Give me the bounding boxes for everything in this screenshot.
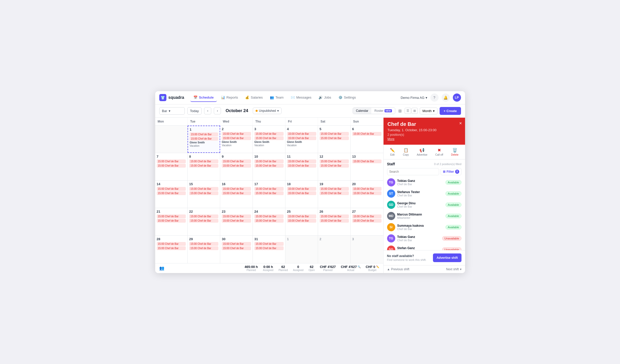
shift-chip[interactable]: 15:00 Chef de Bar xyxy=(352,214,382,218)
cal-cell[interactable]: 26 15:00 Chef de Bar 15:00 Chef de Bar xyxy=(318,208,351,235)
staff-filter-button[interactable]: ⊞ Filter 3 xyxy=(441,168,461,175)
today-button[interactable]: Today xyxy=(187,107,202,115)
shift-chip[interactable]: 15:00 Chef de Bar xyxy=(157,187,186,191)
actual-info-icon[interactable]: 🔍 xyxy=(358,265,361,268)
shift-chip[interactable]: 15:00 Chef de Bar xyxy=(157,219,186,223)
shift-chip[interactable]: 15:00 Chef de Bar xyxy=(287,136,316,140)
cal-cell[interactable]: 10 15:00 Chef de Bar 15:00 Chef de Bar xyxy=(253,153,285,180)
next-month-button[interactable]: › xyxy=(214,107,221,114)
shift-chip[interactable]: 15:00 Chef de Bar xyxy=(222,191,251,195)
shift-chip[interactable]: 15:00 Chef de Bar xyxy=(222,242,251,246)
budget-edit-icon[interactable]: ✏️ xyxy=(376,265,379,268)
grid-view-button[interactable]: ⊞ xyxy=(412,108,418,114)
shift-chip[interactable]: 15:00 Chef de Bar xyxy=(189,214,218,218)
shift-chip[interactable]: 15:00 Chef de Bar xyxy=(287,187,316,191)
shift-chip[interactable]: 15:00 Chef de Bar xyxy=(320,187,349,191)
shift-chip[interactable]: 15:00 Chef de Bar xyxy=(254,246,284,250)
shift-chip[interactable]: 15:00 Chef de Bar xyxy=(157,246,186,250)
shift-chip[interactable]: 15:00 Chef de Bar xyxy=(352,132,382,136)
user-avatar-button[interactable]: LP xyxy=(453,93,461,102)
shift-chip[interactable]: 15:00 Chef de Bar xyxy=(320,219,349,223)
cal-cell[interactable]: 6 15:00 Chef de Bar xyxy=(351,126,383,153)
nav-messages[interactable]: ✉️ Messages xyxy=(288,93,314,102)
cal-cell[interactable]: 31 15:00 Chef de Bar 15:00 Chef de Bar xyxy=(253,236,285,263)
shift-chip[interactable]: 15:00 Chef de Bar xyxy=(222,136,251,140)
cal-cell[interactable]: 17 15:00 Chef de Bar 15:00 Chef de Bar xyxy=(253,181,285,208)
shift-chip[interactable]: 15:00 Chef de Bar xyxy=(189,164,218,168)
calloff-button[interactable]: ✖ Call off xyxy=(433,147,445,157)
shift-chip[interactable]: 15:00 Chef de Bar xyxy=(222,219,251,223)
shift-chip[interactable]: 15:00 Chef de Bar xyxy=(157,242,186,246)
delete-shift-button[interactable]: 🗑️ Delete xyxy=(449,147,460,157)
shift-chip[interactable]: 15:00 Chef de Bar xyxy=(320,191,349,195)
cal-cell[interactable]: 4 15:00 Chef de Bar 15:00 Chef de Bar Gl… xyxy=(285,126,318,153)
shift-chip[interactable]: 15:00 Chef de Bar xyxy=(157,159,186,163)
shift-chip[interactable]: 15:00 Chef de Bar xyxy=(320,159,349,163)
cal-cell[interactable]: 13 15:00 Chef de Bar xyxy=(351,153,383,180)
cal-cell[interactable]: 25 15:00 Chef de Bar 15:00 Chef de Bar xyxy=(285,208,318,235)
shift-chip[interactable]: 15:00 Chef de Bar xyxy=(189,187,218,191)
shift-chip[interactable]: 15:00 Chef de Bar xyxy=(222,187,251,191)
shift-chip[interactable]: 15:00 Chef de Bar xyxy=(222,164,251,168)
cal-cell[interactable] xyxy=(155,126,188,153)
edit-shift-button[interactable]: ✏️ Edit xyxy=(388,147,397,157)
cal-cell[interactable]: 9 15:00 Chef de Bar 15:00 Chef de Bar xyxy=(220,153,253,180)
help-button[interactable]: ? xyxy=(430,93,439,102)
cal-cell[interactable]: 30 15:00 Chef de Bar 15:00 Chef de Bar xyxy=(220,236,253,263)
publish-status-button[interactable]: Unpublished ▾ xyxy=(253,107,282,114)
cal-cell[interactable]: 19 15:00 Chef de Bar 15:00 Chef de Bar xyxy=(318,181,351,208)
panel-close-button[interactable]: × xyxy=(459,121,462,126)
shift-chip[interactable]: 15:00 Chef de Bar xyxy=(254,191,284,195)
cal-cell[interactable]: 1 xyxy=(285,236,318,263)
shift-chip[interactable]: 15:00 Chef de Bar xyxy=(189,242,218,246)
advertise-shift-action-button[interactable]: 📢 Advertise xyxy=(415,147,429,157)
shift-chip[interactable]: 15:00 Chef de Bar xyxy=(222,246,251,250)
staff-item[interactable]: GD George Dinu Chef de Bar Available xyxy=(387,200,461,210)
nav-reports[interactable]: 📊 Reports xyxy=(218,93,241,102)
cal-cell[interactable]: 1 15:00 Chef de Bar 15:00 Chef de Bar Gl… xyxy=(188,126,220,153)
location-selector[interactable]: Bar ▾ xyxy=(159,107,185,115)
period-selector[interactable]: Month ▾ xyxy=(420,107,438,114)
cal-cell[interactable]: 28 15:00 Chef de Bar 15:00 Chef de Bar xyxy=(155,236,188,263)
cal-cell[interactable]: 7 15:00 Chef de Bar 15:00 Chef de Bar xyxy=(155,153,188,180)
shift-chip[interactable]: 15:00 Chef de Bar xyxy=(190,132,218,136)
copy-shift-button[interactable]: 📋 Copy xyxy=(401,147,411,157)
staff-item[interactable]: TG Tobias Ganz Chef de Bar Unavailable xyxy=(387,233,461,244)
panel-more-button[interactable]: More xyxy=(388,137,394,141)
staff-search-input[interactable] xyxy=(387,168,439,175)
cal-cell[interactable]: 15 15:00 Chef de Bar 15:00 Chef de Bar xyxy=(188,181,220,208)
nav-settings[interactable]: ⚙️ Settings xyxy=(335,93,359,102)
cal-cell[interactable]: 27 15:00 Chef de Bar 15:00 Chef de Bar xyxy=(351,208,383,235)
cal-cell[interactable]: 21 15:00 Chef de Bar 15:00 Chef de Bar xyxy=(155,208,188,235)
cal-cell[interactable]: 12 15:00 Chef de Bar 15:00 Chef de Bar xyxy=(318,153,351,180)
cal-cell[interactable]: 29 15:00 Chef de Bar 15:00 Chef de Bar xyxy=(188,236,220,263)
cal-cell[interactable]: 11 15:00 Chef de Bar 15:00 Chef de Bar xyxy=(285,153,318,180)
nav-team[interactable]: 👥 Team xyxy=(267,93,287,102)
cal-cell[interactable]: 5 15:00 Chef de Bar 15:00 Chef de Bar xyxy=(318,126,351,153)
shift-chip[interactable]: 15:00 Chef de Bar xyxy=(287,214,316,218)
shift-chip[interactable]: 15:00 Chef de Bar xyxy=(254,159,284,163)
shift-chip[interactable]: 15:00 Chef de Bar xyxy=(222,159,251,163)
cal-cell[interactable]: 2 15:00 Chef de Bar 15:00 Chef de Bar Gl… xyxy=(220,126,253,153)
nav-schedule[interactable]: 📅 Schedule xyxy=(190,93,217,102)
shift-chip[interactable]: 15:00 Chef de Bar xyxy=(254,187,284,191)
advertise-shift-button[interactable]: Advertise shift xyxy=(433,253,461,262)
shift-chip[interactable]: 15:00 Chef de Bar xyxy=(287,132,316,136)
nav-jobs[interactable]: 🔊 Jobs xyxy=(315,93,334,102)
staff-item[interactable]: SG Stefan Ganz Mitarbeiter Unavailable xyxy=(387,245,461,250)
cal-cell[interactable]: 3 15:00 Chef de Bar 15:00 Chef de Bar Gl… xyxy=(253,126,285,153)
shift-chip[interactable]: 15:00 Chef de Bar xyxy=(287,159,316,163)
shift-chip[interactable]: 15:00 Chef de Bar xyxy=(157,214,186,218)
staff-item[interactable]: ST Stefanus Tester Chef de Bar Available xyxy=(387,188,461,199)
shift-chip[interactable]: 15:00 Chef de Bar xyxy=(254,242,284,246)
staff-item[interactable]: TG Tobias Ganz Chef de Bar Available xyxy=(387,177,461,187)
shift-chip[interactable]: 15:00 Chef de Bar xyxy=(320,132,349,136)
calendar-view-button[interactable]: Calendar xyxy=(353,108,372,114)
prev-shift-button[interactable]: ▲ Previous shift xyxy=(387,267,410,271)
company-selector[interactable]: Demo Firma AG ▾ xyxy=(401,96,427,100)
staff-item[interactable]: MD Marcus Dittmann Mitarbeiter Available xyxy=(387,211,461,221)
shift-chip[interactable]: 15:00 Chef de Bar xyxy=(254,136,284,140)
shift-chip[interactable]: 15:00 Chef de Bar xyxy=(352,187,382,191)
create-button[interactable]: + Create xyxy=(440,107,461,115)
shift-chip[interactable]: 15:00 Chef de Bar xyxy=(320,164,349,168)
